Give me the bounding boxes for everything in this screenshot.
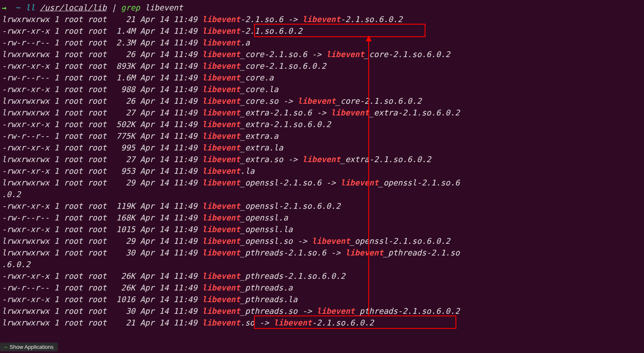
file-meta: -rwxr-xr-x 1 root root 988 Apr 14 11:49 [2, 85, 202, 94]
grep-match: libevent [202, 61, 240, 70]
file-name-suffix: _extra-2.1.so.6.0.2 [240, 120, 331, 129]
symlink-target-suffix: _pthreads-2.1.so [383, 248, 460, 257]
file-meta: -rwxr-xr-x 1 root root 953 Apr 14 11:49 [2, 166, 202, 175]
cmd-ll: ll [25, 3, 40, 12]
list-row: -rwxr-xr-x 1 root root 502K Apr 14 11:49… [2, 118, 642, 130]
file-name-suffix: _pthreads.a [240, 283, 293, 292]
symlink-arrow: -> [254, 318, 274, 327]
grep-match: libevent [202, 73, 240, 82]
grep-match: libevent [331, 108, 369, 117]
list-row: -rw-r--r-- 1 root root 168K Apr 14 11:49… [2, 212, 642, 223]
grep-match: libevent [202, 120, 240, 129]
symlink-arrow: -> [326, 248, 345, 257]
list-row: -rwxr-xr-x 1 root root 26K Apr 14 11:49 … [2, 270, 642, 282]
grep-match: libevent [302, 15, 341, 24]
symlink-target-suffix: _core-2.1.so.6.0.2 [336, 96, 422, 105]
file-meta: -rw-r--r-- 1 root root 775K Apr 14 11:49 [2, 131, 202, 140]
file-name-suffix: _pthreads-2.1.so.6.0.2 [240, 271, 345, 280]
symlink-target-suffix: -2.1.so.6.0.2 [340, 15, 402, 24]
file-name-suffix: _openssl.la [240, 225, 293, 234]
symlink-target-suffix: _openssl-2.1.so.6.0.2 [350, 236, 450, 245]
file-name-suffix: _openssl.a [240, 213, 288, 222]
grep-pattern: libevent [145, 3, 183, 12]
symlink-target-suffix: _openssl-2.1.so.6 [379, 178, 460, 187]
grep-match: libevent [202, 143, 240, 152]
file-name-suffix: -2.1.so.6 [240, 15, 283, 24]
grep-match: libevent [302, 155, 341, 164]
list-row: -rwxr-xr-x 1 root root 119K Apr 14 11:49… [2, 200, 642, 212]
grep-match: libevent [317, 306, 355, 315]
list-row: -rwxr-xr-x 1 root root 1.4M Apr 14 11:49… [2, 25, 642, 37]
grep-match: libevent [312, 236, 350, 245]
file-meta: lrwxrwxrwx 1 root root 30 Apr 14 11:49 [2, 248, 202, 257]
list-row: -rwxr-xr-x 1 root root 953 Apr 14 11:49 … [2, 165, 642, 177]
symlink-target-wrap: .0.2 [2, 190, 21, 199]
symlink-target-suffix: _extra-2.1.so.6.0.2 [369, 108, 460, 117]
file-meta: -rwxr-xr-x 1 root root 995 Apr 14 11:49 [2, 143, 202, 152]
file-meta: -rw-r--r-- 1 root root 168K Apr 14 11:49 [2, 213, 202, 222]
symlink-arrow: -> [278, 96, 297, 105]
list-row: -rw-r--r-- 1 root root 1.6M Apr 14 11:49… [2, 72, 642, 83]
file-meta: lrwxrwxrwx 1 root root 26 Apr 14 11:49 [2, 96, 202, 105]
grep-match: libevent [202, 85, 240, 94]
prompt-line[interactable]: → ~ ll /usr/local/lib | grep libevent [2, 2, 642, 13]
file-meta: -rwxr-xr-x 1 root root 1016 Apr 14 11:49 [2, 295, 202, 304]
list-row: lrwxrwxrwx 1 root root 21 Apr 14 11:49 l… [2, 317, 642, 328]
grep-match: libevent [340, 178, 379, 187]
file-name-suffix: _pthreads.la [240, 295, 297, 304]
file-name-suffix: _core-2.1.so.6 [240, 50, 307, 59]
file-name-suffix: _openssl-2.1.so.6 [240, 178, 321, 187]
file-meta: -rw-r--r-- 1 root root 26K Apr 14 11:49 [2, 283, 202, 292]
list-row: -rwxr-xr-x 1 root root 988 Apr 14 11:49 … [2, 83, 642, 95]
file-name-suffix: .a [240, 38, 250, 47]
symlink-arrow: -> [321, 178, 340, 187]
list-row: -rwxr-xr-x 1 root root 995 Apr 14 11:49 … [2, 142, 642, 153]
file-meta: -rwxr-xr-x 1 root root 119K Apr 14 11:49 [2, 201, 202, 210]
grep-match: libevent [202, 108, 240, 117]
apps-arrow-icon: → [3, 344, 8, 350]
file-meta: lrwxrwxrwx 1 root root 30 Apr 14 11:49 [2, 306, 202, 315]
file-name-suffix: _pthreads-2.1.so.6 [240, 248, 326, 257]
file-meta: lrwxrwxrwx 1 root root 21 Apr 14 11:49 [2, 15, 202, 24]
list-row: lrwxrwxrwx 1 root root 29 Apr 14 11:49 l… [2, 177, 642, 188]
grep-match: libevent [274, 318, 312, 327]
file-name-suffix: _pthreads.so [240, 306, 297, 315]
grep-match: libevent [202, 15, 240, 24]
symlink-target-suffix: _extra-2.1.so.6.0.2 [340, 155, 431, 164]
show-applications-button[interactable]: → Show Applications [0, 343, 58, 351]
file-meta: lrwxrwxrwx 1 root root 21 Apr 14 11:49 [2, 318, 202, 327]
symlink-arrow: -> [312, 108, 331, 117]
prompt-cwd: ~ [16, 3, 25, 12]
grep-match: libevent [297, 96, 336, 105]
file-meta: -rwxr-xr-x 1 root root 502K Apr 14 11:49 [2, 120, 202, 129]
cmd-path-arg: /usr/local/lib [40, 3, 107, 12]
grep-match: libevent [202, 26, 240, 35]
list-row-wrap: .0.2 [2, 188, 642, 200]
prompt-arrow-icon: → [2, 3, 16, 12]
grep-match: libevent [326, 50, 365, 59]
grep-match: libevent [202, 295, 240, 304]
grep-match: libevent [202, 155, 240, 164]
cmd-grep: grep [121, 3, 145, 12]
terminal-output: → ~ ll /usr/local/lib | grep libeventlrw… [0, 0, 644, 328]
list-row-wrap: .6.0.2 [2, 258, 642, 270]
file-name-suffix: _extra.la [240, 143, 283, 152]
symlink-target-suffix: -2.1.so.6.0.2 [312, 318, 374, 327]
file-name-suffix: _openssl.so [240, 236, 293, 245]
symlink-target-wrap: .6.0.2 [2, 260, 30, 269]
file-name-suffix: _core.a [240, 73, 274, 82]
grep-match: libevent [202, 178, 240, 187]
file-name-suffix: _core.so [240, 96, 279, 105]
file-meta: -rwxr-xr-x 1 root root 26K Apr 14 11:49 [2, 271, 202, 280]
list-row: -rw-r--r-- 1 root root 775K Apr 14 11:49… [2, 130, 642, 142]
grep-match: libevent [202, 96, 240, 105]
grep-match: libevent [202, 225, 240, 234]
symlink-arrow: -> [293, 236, 312, 245]
file-meta: lrwxrwxrwx 1 root root 29 Apr 14 11:49 [2, 236, 202, 245]
list-row: lrwxrwxrwx 1 root root 21 Apr 14 11:49 l… [2, 13, 642, 25]
symlink-target-suffix: _core-2.1.so.6.0.2 [364, 50, 450, 59]
symlink-arrow: -> [307, 50, 326, 59]
file-name-suffix: -2.1.so.6.0.2 [240, 26, 302, 35]
file-name-suffix: _openssl-2.1.so.6.0.2 [240, 201, 340, 210]
grep-match: libevent [345, 248, 384, 257]
